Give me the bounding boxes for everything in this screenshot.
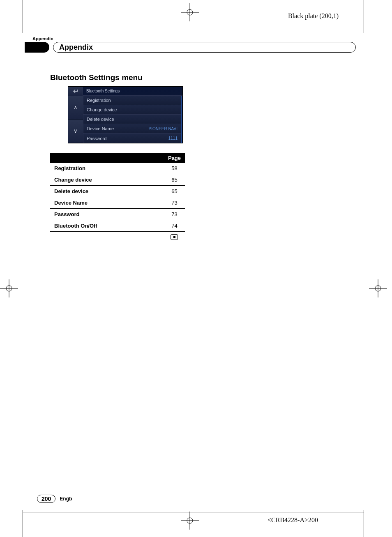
section-tab [25, 42, 49, 53]
screenshot-menu-row: Password 1111 [83, 134, 181, 143]
plate-label: Black plate (200,1) [288, 12, 339, 20]
table-row: Bluetooth On/Off 74 [50, 220, 185, 232]
table-header-empty [50, 153, 164, 163]
screenshot-title: Bluetooth Settings [83, 89, 120, 93]
screenshot-menu-row: Registration [83, 96, 181, 105]
row-page: 65 [164, 174, 185, 186]
row-page: 65 [164, 186, 185, 197]
row-page: 74 [164, 220, 185, 232]
scroll-down-icon: ∨ [68, 120, 83, 143]
row-page: 73 [164, 209, 185, 220]
row-name: Change device [50, 174, 164, 186]
page-number: 200 [37, 495, 55, 503]
register-mark-icon [369, 279, 387, 297]
table-row: Password 73 [50, 209, 185, 220]
row-name: Bluetooth On/Off [50, 220, 164, 232]
row-name: Delete device [50, 186, 164, 197]
screenshot-menu-list: Registration Change device Delete device… [83, 96, 182, 143]
table-row: Change device 65 [50, 174, 185, 186]
register-mark-icon [181, 3, 199, 21]
screenshot-menu-row: Delete device [83, 115, 181, 124]
back-icon [68, 87, 83, 96]
register-mark-icon [181, 512, 199, 530]
table-row: Delete device 65 [50, 186, 185, 197]
row-name: Registration [50, 163, 164, 174]
menu-row-label: Device Name [87, 126, 114, 131]
menu-row-value: PIONEER NAVI [149, 127, 178, 131]
menu-row-label: Delete device [87, 117, 114, 122]
index-table: Page Registration 58 Change device 65 De… [50, 153, 185, 232]
screenshot-menu-row: Change device [83, 105, 181, 115]
row-name: Password [50, 209, 164, 220]
section-title: Appendix [59, 43, 93, 52]
register-mark-icon [0, 279, 18, 297]
menu-row-label: Password [87, 136, 106, 141]
screenshot-menu-row: Device Name PIONEER NAVI [83, 124, 181, 134]
menu-row-label: Registration [87, 98, 111, 103]
row-page: 58 [164, 163, 185, 174]
table-row: Registration 58 [50, 163, 185, 174]
crop-mark [23, 510, 23, 537]
row-page: 73 [164, 197, 185, 209]
table-header-page: Page [164, 153, 185, 163]
end-section-icon [171, 234, 178, 240]
row-name: Device Name [50, 197, 164, 209]
section-header: Appendix [31, 42, 356, 53]
menu-row-value: 1111 [168, 136, 178, 141]
crop-mark [23, 0, 23, 33]
bottom-rule [23, 512, 364, 512]
running-head: Appendix [32, 36, 356, 41]
document-code: <CRB4228-A>200 [267, 516, 318, 524]
table-row: Device Name 73 [50, 197, 185, 209]
crop-mark [364, 510, 364, 537]
page-footer: 200 Engb [37, 495, 72, 503]
scroll-up-icon: ∧ [68, 96, 83, 120]
device-screenshot: Bluetooth Settings ∧ ∨ Registration Chan… [68, 86, 183, 143]
crop-mark [364, 0, 364, 33]
menu-heading: Bluetooth Settings menu [50, 73, 356, 82]
language-label: Engb [60, 496, 72, 502]
menu-row-label: Change device [87, 107, 117, 112]
